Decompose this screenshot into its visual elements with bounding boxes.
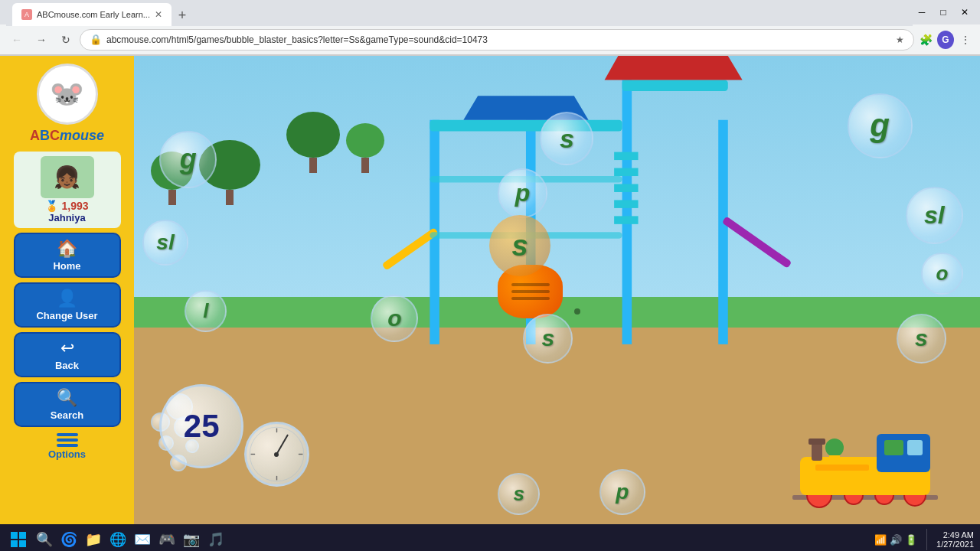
user-avatar: 👧🏾 xyxy=(41,156,94,198)
tab-label: ABCmouse.com Early Learn... xyxy=(37,10,150,19)
svg-rect-32 xyxy=(808,439,825,445)
svg-rect-3 xyxy=(719,120,729,344)
bubble-letter-s-bottom: s xyxy=(513,482,524,506)
edge-button[interactable]: 🌐 xyxy=(107,529,129,550)
svg-rect-4 xyxy=(430,120,622,132)
change-user-button[interactable]: 👤 Change User xyxy=(14,282,121,328)
bubble-g1[interactable]: g xyxy=(159,131,217,188)
bubble-letter-sl2: sl xyxy=(924,201,945,230)
bubble-letter-l: l xyxy=(203,299,208,323)
search-button[interactable]: 🔍 Search xyxy=(14,382,121,427)
bubble-sl[interactable]: sl xyxy=(142,220,188,266)
svg-rect-37 xyxy=(19,532,26,539)
maximize-button[interactable]: □ xyxy=(934,3,952,21)
settings-icon[interactable]: ⋮ xyxy=(957,31,974,48)
sidebar: 🐭 ABCmouse 👧🏾 🏅 1,993 Jahniya 🏠 Home 👤 xyxy=(0,56,134,524)
file-explorer-button[interactable]: 📁 xyxy=(83,529,104,550)
svg-point-33 xyxy=(825,439,844,457)
address-bar[interactable]: 🔒 abcmouse.com/html5/games/bubble_blaste… xyxy=(80,29,914,51)
bubble-letter-s3: s xyxy=(915,325,928,351)
bubble-letter-o1: o xyxy=(387,305,401,331)
app7-button[interactable]: 🎵 xyxy=(205,529,227,550)
tab-favicon: A xyxy=(21,9,32,20)
home-button[interactable]: 🏠 Home xyxy=(14,233,121,278)
bubble-s2[interactable]: s xyxy=(523,314,573,364)
svg-rect-39 xyxy=(19,540,26,547)
mouse-avatar: 🐭 xyxy=(37,64,98,125)
title-bar: A ABCmouse.com Early Learn... ✕ + ─ □ ✕ xyxy=(0,0,980,24)
taskbar-right: 📶 🔊 🔋 2:49 AM 1/27/2021 xyxy=(874,529,974,550)
back-icon: ↩ xyxy=(60,338,74,358)
bubble-letter-s1: s xyxy=(560,124,574,154)
extensions-icon[interactable]: 🧩 xyxy=(917,31,934,48)
trees-mid xyxy=(286,112,384,173)
start-button[interactable] xyxy=(6,527,31,551)
search-icon: 🔍 xyxy=(57,388,77,408)
window-controls: ─ □ ✕ xyxy=(913,3,974,21)
windows-icon xyxy=(9,530,28,549)
points-row: 🏅 1,993 xyxy=(45,200,88,212)
active-tab[interactable]: A ABCmouse.com Early Learn... ✕ xyxy=(12,3,172,26)
bubble-p1[interactable]: p xyxy=(498,168,547,218)
bubble-s3[interactable]: s xyxy=(897,314,946,364)
bubble-o2[interactable]: o xyxy=(921,253,963,295)
svg-rect-12 xyxy=(615,184,639,192)
svg-rect-13 xyxy=(615,200,639,207)
svg-point-17 xyxy=(250,427,304,481)
tab-bar: A ABCmouse.com Early Learn... ✕ + xyxy=(6,0,913,26)
svg-rect-29 xyxy=(884,440,903,455)
bubble-letter-p1: p xyxy=(515,179,531,207)
volume-icon[interactable]: 🔊 xyxy=(890,534,902,546)
forward-button[interactable]: → xyxy=(31,29,52,51)
score-display: 25 xyxy=(159,384,243,468)
bubble-sl2[interactable]: sl xyxy=(906,187,963,244)
logo-mouse: mouse xyxy=(60,128,104,143)
bubble-p-bottom[interactable]: p xyxy=(599,469,645,515)
tab-close-button[interactable]: ✕ xyxy=(155,9,162,20)
svg-rect-10 xyxy=(615,152,639,160)
new-tab-button[interactable]: + xyxy=(172,5,193,26)
network-icon[interactable]: 📶 xyxy=(874,534,887,546)
search-label: Search xyxy=(51,409,83,421)
star-icon: 🏅 xyxy=(45,200,58,212)
bubble-letter-s2: s xyxy=(541,325,554,351)
back-button[interactable]: ← xyxy=(6,29,28,51)
change-user-icon: 👤 xyxy=(57,289,77,308)
svg-rect-2 xyxy=(622,80,632,344)
app5-button[interactable]: 🎮 xyxy=(156,529,178,550)
tree-3 xyxy=(286,112,340,173)
profile-avatar[interactable]: G xyxy=(937,31,954,49)
refresh-button[interactable]: ↻ xyxy=(55,29,77,51)
svg-rect-36 xyxy=(11,532,18,539)
abc-logo: ABCmouse xyxy=(30,128,104,144)
mail-button[interactable]: ✉️ xyxy=(132,529,153,550)
game-container: 🐭 ABCmouse 👧🏾 🏅 1,993 Jahniya 🏠 Home 👤 xyxy=(0,56,980,524)
options-button[interactable]: Options xyxy=(14,433,121,460)
bubble-letter-o2: o xyxy=(936,262,948,285)
taskbar-divider xyxy=(926,529,927,550)
bubble-g2[interactable]: g xyxy=(848,93,913,158)
close-button[interactable]: ✕ xyxy=(956,3,974,21)
bubble-s-orange[interactable]: s xyxy=(489,215,550,276)
app6-button[interactable]: 📷 xyxy=(181,529,202,550)
system-icons: 📶 🔊 🔋 xyxy=(874,534,917,546)
cortana-button[interactable]: 🌀 xyxy=(58,529,80,550)
mouse-icon: 🐭 xyxy=(50,78,84,110)
points-value: 1,993 xyxy=(61,200,88,212)
battery-icon[interactable]: 🔋 xyxy=(905,534,917,546)
bubble-l[interactable]: l xyxy=(185,290,227,332)
profile-icon[interactable]: G xyxy=(937,31,954,48)
minimize-button[interactable]: ─ xyxy=(913,3,931,21)
taskbar: 🔍 🌀 📁 🌐 ✉️ 🎮 📷 🎵 📶 🔊 🔋 2:49 AM 1/27/2021 xyxy=(0,524,980,551)
nav-icons: 🧩 G ⋮ xyxy=(917,31,974,48)
system-clock[interactable]: 2:49 AM 1/27/2021 xyxy=(936,530,974,549)
svg-rect-38 xyxy=(11,540,18,547)
game-viewport[interactable]: g sl l s p s o s g xyxy=(134,56,980,524)
bubble-letter-g1: g xyxy=(180,143,197,175)
back-sidebar-button[interactable]: ↩ Back xyxy=(14,332,121,377)
hamburger-icon xyxy=(57,433,78,447)
svg-rect-5 xyxy=(622,80,728,91)
bubble-s-bottom[interactable]: s xyxy=(498,473,540,515)
search-taskbar-button[interactable]: 🔍 xyxy=(34,529,55,550)
bubble-letter-p-bottom: p xyxy=(616,480,629,504)
